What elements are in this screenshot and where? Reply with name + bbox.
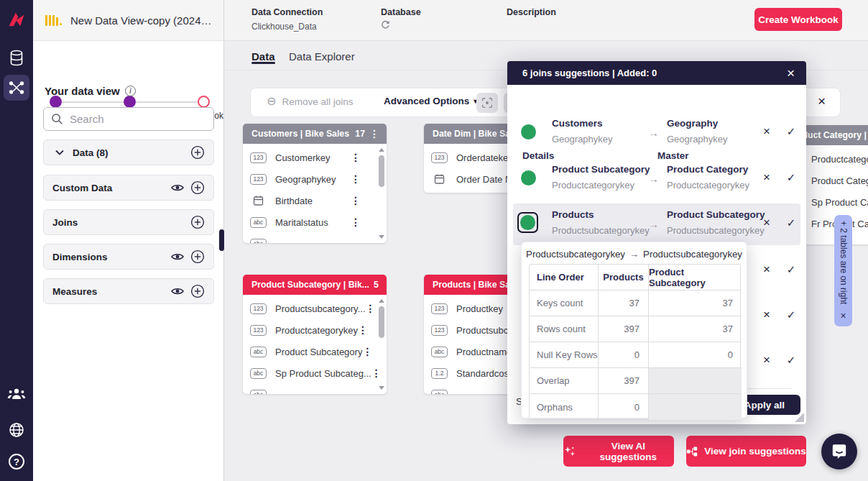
sidebar-section-custom-data[interactable]: Custom Data (43, 175, 214, 201)
join-suggestion-row-2[interactable]: Product SubcategoryProductcategorykey→Pr… (513, 158, 800, 200)
close-joins-toolbar-icon[interactable]: × (818, 93, 826, 109)
join-suggestion-row-1[interactable]: CustomersGeographykey→GeographyGeography… (513, 112, 800, 154)
search-input[interactable] (70, 113, 192, 125)
plus-circle-icon[interactable] (190, 215, 205, 229)
step-select-dot[interactable] (50, 96, 62, 108)
search-box[interactable] (43, 107, 214, 131)
plus-circle-icon[interactable] (190, 145, 205, 160)
refresh-icon[interactable] (381, 20, 421, 32)
scroll-up-icon[interactable] (379, 299, 384, 303)
step-workbook-dot[interactable] (198, 96, 210, 108)
field-menu-icon[interactable]: ⋮ (358, 325, 368, 335)
sidebar-section-dimensions[interactable]: Dimensions (43, 244, 214, 270)
scroll-down-icon[interactable] (379, 386, 384, 390)
table-card-product-subcategory-bik[interactable]: Product Subcategory | Bik...5⋮123Product… (243, 275, 387, 394)
scroll-up-icon[interactable] (379, 148, 384, 152)
master-key-name: Productsubcategorykey (667, 225, 762, 236)
tab-data-explorer[interactable]: Data Explorer (289, 50, 355, 63)
team-icon[interactable] (6, 383, 27, 405)
modal-close-icon[interactable]: × (787, 65, 795, 81)
field-menu-icon[interactable]: ⋮ (351, 152, 361, 162)
reject-join-icon[interactable]: × (759, 124, 775, 139)
field-row-birthdate[interactable]: Birthdate⋮ (243, 190, 387, 211)
dataview-header[interactable]: New Data View-copy (2024… (33, 0, 223, 41)
view-join-suggestions-label: View join suggestions (704, 446, 806, 457)
info-icon[interactable]: i (125, 86, 136, 96)
table-card-customers-bike-sales[interactable]: Customers | Bike Sales17⋮123Customerkey⋮… (243, 124, 387, 243)
scroll-down-icon[interactable] (379, 235, 384, 239)
sidebar-scrollbar-thumb[interactable] (219, 229, 224, 251)
reject-join-icon[interactable]: × (759, 262, 775, 277)
sidebar-section-measures[interactable]: Measures (43, 278, 214, 304)
field-menu-icon[interactable]: ⋮ (351, 196, 361, 206)
table-menu-icon[interactable]: ⋮ (383, 280, 387, 290)
reject-join-icon[interactable]: × (759, 216, 775, 230)
field-row-maritalstatus[interactable]: abcMaritalstatus⋮ (243, 211, 387, 233)
popover-title: Productsubcategorykey→Productsubcategory… (522, 249, 747, 260)
remove-all-joins-button[interactable]: ⊖ Remove all joins (267, 96, 353, 107)
accept-join-icon[interactable]: ✓ (783, 125, 799, 138)
card-scrollbar[interactable] (378, 298, 385, 391)
step-define-dot[interactable] (124, 96, 136, 108)
join-status-indicator[interactable] (519, 168, 538, 188)
field-row-product-subcategory[interactable]: abcProduct Subcategory⋮ (243, 341, 387, 362)
tab-data[interactable]: Data (251, 50, 275, 63)
accept-join-icon[interactable]: ✓ (783, 216, 799, 229)
join-status-indicator[interactable] (517, 212, 538, 233)
reject-join-icon[interactable]: × (759, 353, 775, 367)
scrollbar-thumb[interactable] (379, 155, 384, 187)
globe-icon[interactable] (6, 419, 27, 441)
tables-overflow-tag[interactable]: + 2 tables are on right × (834, 215, 852, 326)
table-card-header[interactable]: Customers | Bike Sales17⋮ (243, 124, 387, 144)
accept-join-icon[interactable]: ✓ (783, 263, 799, 276)
field-menu-icon[interactable]: ⋮ (366, 303, 376, 313)
sidebar-section-joins[interactable]: Joins (43, 209, 214, 235)
overflow-tag-close-icon[interactable]: × (840, 310, 846, 321)
field-row-sp-product-subcateg[interactable]: abcSp Product Subcateg...⋮ (243, 362, 387, 384)
accept-join-icon[interactable]: ✓ (783, 308, 799, 321)
sidebar-section-data-8[interactable]: Data (8) (43, 139, 214, 165)
advanced-options-dropdown[interactable]: Advanced Options ▾ (384, 96, 477, 106)
card-scrollbar[interactable] (378, 147, 385, 240)
table-card-header[interactable]: Product Subcategory | Bik...5⋮ (243, 275, 387, 295)
reject-join-icon[interactable]: × (759, 308, 775, 322)
joins-view-icon[interactable] (4, 75, 29, 101)
create-workbook-button[interactable]: Create Workbook (754, 8, 842, 31)
table-card-body: 123Customerkey⋮123Geographykey⋮Birthdate… (243, 144, 387, 243)
modal-resize-handle[interactable] (795, 413, 804, 422)
field-name: Geographykey (275, 174, 336, 185)
stepper-connector (136, 101, 198, 103)
field-row-productsubcategory[interactable]: 123Productsubcategory...⋮ (243, 298, 387, 319)
stats-value (649, 394, 742, 420)
join-suggestion-row-3[interactable]: ProductsProductsubcategorykey→Product Su… (513, 203, 800, 245)
eye-icon[interactable] (170, 249, 185, 264)
plus-circle-icon[interactable] (190, 180, 205, 195)
field-row-customerkey[interactable]: 123Customerkey⋮ (243, 147, 387, 168)
accept-join-icon[interactable]: ✓ (783, 354, 799, 367)
fit-view-button[interactable] (476, 93, 498, 113)
field-menu-icon[interactable]: ⋮ (362, 347, 372, 357)
field-menu-icon[interactable]: ⋮ (351, 217, 361, 227)
scrollbar-thumb[interactable] (379, 306, 384, 338)
accept-join-icon[interactable]: ✓ (783, 171, 799, 184)
table-menu-icon[interactable]: ⋮ (369, 129, 379, 139)
field-row-geographykey[interactable]: 123Geographykey⋮ (243, 168, 387, 190)
field-row-productcategorykey[interactable]: 123Productcategorykey⋮ (243, 319, 387, 341)
modal-header[interactable]: 6 joins suggestions | Added: 0 × (507, 61, 806, 85)
view-ai-suggestions-button[interactable]: View AI suggestions (563, 436, 674, 467)
join-detail-side: CustomersGeographykey (552, 118, 654, 145)
database-icon[interactable] (6, 47, 27, 69)
chevron-down-icon[interactable] (52, 145, 67, 160)
eye-icon[interactable] (170, 284, 185, 298)
plus-circle-icon[interactable] (190, 249, 205, 264)
app-logo-icon[interactable] (6, 9, 27, 30)
chat-launcher[interactable] (821, 434, 857, 469)
tab-data-label: Data (251, 50, 275, 63)
help-icon[interactable]: ? (6, 451, 27, 472)
reject-join-icon[interactable]: × (759, 170, 775, 185)
join-status-indicator[interactable] (519, 122, 538, 142)
plus-circle-icon[interactable] (190, 284, 205, 298)
eye-icon[interactable] (170, 180, 185, 195)
field-menu-icon[interactable]: ⋮ (351, 174, 361, 184)
view-join-suggestions-button[interactable]: View join suggestions (686, 436, 806, 467)
